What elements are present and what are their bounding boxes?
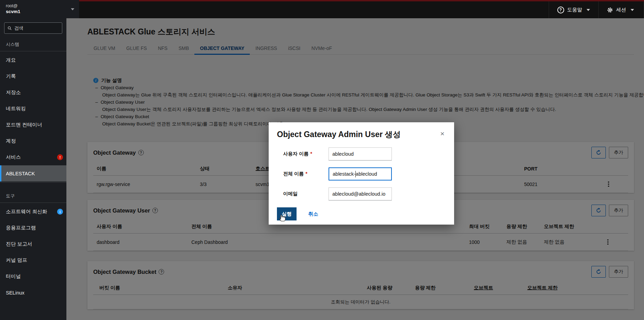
email-label: 이메일: [283, 191, 298, 196]
sidebar-item-ablestack[interactable]: ABLESTACK: [0, 165, 66, 182]
sidebar-item-services[interactable]: 서비스 !: [0, 149, 66, 165]
session-menu[interactable]: 세션: [598, 1, 644, 18]
required-mark: *: [305, 171, 307, 176]
sidebar-item-overview[interactable]: 개요: [0, 52, 66, 68]
fullname-field[interactable]: ablestack-ablecloud: [329, 167, 392, 180]
modal-title: Object Gateway Admin User 생성: [277, 129, 401, 140]
email-field[interactable]: [329, 187, 392, 200]
sidebar-item-kernel-dump[interactable]: 커널 덤프: [0, 252, 66, 268]
fullname-label: 전체 이름: [283, 171, 304, 176]
chevron-down-icon: [71, 8, 74, 10]
help-label: 도움말: [567, 7, 582, 13]
divider: [0, 51, 66, 51]
info-badge: i: [57, 209, 63, 215]
masthead: root@ scvm1 ? 도움말 세션: [0, 0, 644, 18]
search-icon: [8, 26, 12, 31]
search-input[interactable]: [14, 25, 59, 31]
sidebar-item-networking[interactable]: 네트워킹: [0, 101, 66, 117]
help-menu[interactable]: ? 도움말: [549, 1, 599, 18]
nav-section-tools: 도구: [0, 190, 66, 202]
sidebar-item-accounts[interactable]: 계정: [0, 133, 66, 149]
help-icon: ?: [557, 7, 564, 13]
divider: [0, 203, 66, 203]
hostname: scvm1: [6, 9, 20, 15]
sidebar: 시스템 개요 기록 저장소 네트워킹 포드맨 컨테이너 계정 서비스 ! ABL…: [0, 18, 66, 320]
mouse-cursor-icon: [278, 214, 287, 222]
sidebar-item-diagnostic-reports[interactable]: 진단 보고서: [0, 236, 66, 252]
sidebar-item-software-updates[interactable]: 소프트웨어 최신화 i: [0, 204, 66, 220]
close-icon[interactable]: ×: [439, 129, 446, 138]
chevron-down-icon: [631, 9, 634, 11]
sidebar-item-applications[interactable]: 응용프로그램: [0, 220, 66, 236]
host-switcher[interactable]: root@ scvm1: [0, 0, 79, 18]
alert-badge: !: [57, 154, 63, 160]
sidebar-item-storage[interactable]: 저장소: [0, 84, 66, 101]
create-admin-user-modal: Object Gateway Admin User 생성 × 사용자 이름* 전…: [269, 122, 454, 225]
cancel-button[interactable]: 취소: [308, 211, 318, 217]
required-mark: *: [310, 151, 312, 156]
username-label: 사용자 이름: [283, 151, 309, 156]
sidebar-item-podman[interactable]: 포드맨 컨테이너: [0, 117, 66, 133]
sidebar-item-terminal[interactable]: 터미널: [0, 268, 66, 285]
sidebar-item-logs[interactable]: 기록: [0, 68, 66, 84]
gear-icon: [607, 7, 613, 13]
session-label: 세션: [616, 7, 626, 13]
sidebar-search[interactable]: [4, 22, 62, 34]
chevron-down-icon: [587, 9, 590, 11]
logged-in-user: root@: [6, 3, 20, 9]
nav-section-system: 시스템: [0, 39, 66, 50]
username-field[interactable]: [329, 147, 392, 161]
sidebar-item-selinux[interactable]: SELinux: [0, 285, 66, 301]
divider: [0, 182, 66, 183]
